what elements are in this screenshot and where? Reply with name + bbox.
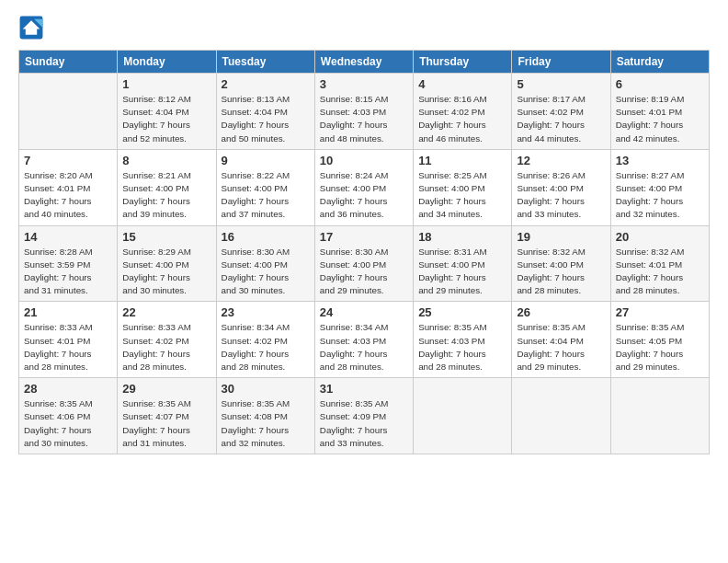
header-cell-saturday: Saturday [610, 51, 709, 74]
day-info: Sunrise: 8:35 AM Sunset: 4:04 PM Dayligh… [517, 321, 605, 373]
day-number: 30 [222, 382, 310, 396]
day-number: 16 [222, 230, 310, 244]
day-cell: 1Sunrise: 8:12 AM Sunset: 4:04 PM Daylig… [118, 74, 216, 150]
day-number: 14 [24, 230, 112, 244]
header-row: SundayMondayTuesdayWednesdayThursdayFrid… [19, 51, 710, 74]
day-info: Sunrise: 8:30 AM Sunset: 4:00 PM Dayligh… [320, 246, 408, 298]
day-info: Sunrise: 8:30 AM Sunset: 4:00 PM Dayligh… [222, 246, 310, 298]
page-container: SundayMondayTuesdayWednesdayThursdayFrid… [0, 0, 728, 464]
day-info: Sunrise: 8:35 AM Sunset: 4:05 PM Dayligh… [616, 321, 704, 373]
day-number: 8 [122, 154, 210, 167]
day-info: Sunrise: 8:21 AM Sunset: 4:00 PM Dayligh… [122, 169, 210, 222]
day-info: Sunrise: 8:35 AM Sunset: 4:09 PM Dayligh… [320, 397, 408, 450]
day-number: 13 [616, 154, 704, 167]
day-cell: 24Sunrise: 8:34 AM Sunset: 4:03 PM Dayli… [314, 302, 413, 378]
day-info: Sunrise: 8:34 AM Sunset: 4:02 PM Dayligh… [222, 321, 310, 373]
day-info: Sunrise: 8:25 AM Sunset: 4:00 PM Dayligh… [418, 169, 506, 222]
day-info: Sunrise: 8:32 AM Sunset: 4:00 PM Dayligh… [517, 246, 605, 298]
day-cell: 9Sunrise: 8:22 AM Sunset: 4:00 PM Daylig… [216, 149, 314, 225]
logo-icon [18, 15, 44, 40]
day-info: Sunrise: 8:22 AM Sunset: 4:00 PM Dayligh… [222, 169, 310, 222]
day-number: 1 [122, 77, 210, 91]
day-number: 11 [418, 154, 506, 167]
day-number: 24 [320, 305, 408, 319]
day-number: 27 [616, 305, 704, 319]
day-number: 15 [122, 230, 210, 244]
day-number: 5 [517, 77, 605, 91]
day-cell: 4Sunrise: 8:16 AM Sunset: 4:02 PM Daylig… [414, 74, 512, 150]
header-cell-tuesday: Tuesday [216, 51, 314, 74]
day-info: Sunrise: 8:15 AM Sunset: 4:03 PM Dayligh… [320, 93, 408, 145]
day-info: Sunrise: 8:16 AM Sunset: 4:02 PM Dayligh… [418, 93, 506, 145]
logo [18, 15, 48, 40]
day-cell: 29Sunrise: 8:35 AM Sunset: 4:07 PM Dayli… [118, 378, 216, 454]
day-cell: 12Sunrise: 8:26 AM Sunset: 4:00 PM Dayli… [512, 149, 610, 225]
day-info: Sunrise: 8:31 AM Sunset: 4:00 PM Dayligh… [418, 246, 506, 298]
week-row-1: 1Sunrise: 8:12 AM Sunset: 4:04 PM Daylig… [19, 74, 710, 150]
day-number: 6 [616, 77, 704, 91]
week-row-5: 28Sunrise: 8:35 AM Sunset: 4:06 PM Dayli… [19, 378, 710, 454]
day-number: 4 [418, 77, 506, 91]
day-cell: 8Sunrise: 8:21 AM Sunset: 4:00 PM Daylig… [118, 149, 216, 225]
week-row-3: 14Sunrise: 8:28 AM Sunset: 3:59 PM Dayli… [19, 225, 710, 302]
day-cell: 16Sunrise: 8:30 AM Sunset: 4:00 PM Dayli… [216, 225, 314, 302]
header-cell-thursday: Thursday [414, 51, 512, 74]
day-info: Sunrise: 8:20 AM Sunset: 4:01 PM Dayligh… [24, 169, 112, 222]
header-cell-wednesday: Wednesday [314, 51, 413, 74]
day-number: 21 [24, 305, 112, 319]
day-number: 20 [616, 230, 704, 244]
header-cell-sunday: Sunday [19, 51, 118, 74]
day-info: Sunrise: 8:28 AM Sunset: 3:59 PM Dayligh… [24, 246, 112, 298]
day-number: 12 [517, 154, 605, 167]
day-info: Sunrise: 8:27 AM Sunset: 4:00 PM Dayligh… [616, 169, 704, 222]
day-cell [610, 378, 709, 454]
day-number: 29 [122, 382, 210, 396]
day-cell: 23Sunrise: 8:34 AM Sunset: 4:02 PM Dayli… [216, 302, 314, 378]
day-cell: 3Sunrise: 8:15 AM Sunset: 4:03 PM Daylig… [314, 74, 413, 150]
day-number: 17 [320, 230, 408, 244]
day-info: Sunrise: 8:33 AM Sunset: 4:01 PM Dayligh… [24, 321, 112, 373]
day-cell: 25Sunrise: 8:35 AM Sunset: 4:03 PM Dayli… [414, 302, 512, 378]
day-info: Sunrise: 8:35 AM Sunset: 4:08 PM Dayligh… [222, 397, 310, 450]
day-number: 3 [320, 77, 408, 91]
day-info: Sunrise: 8:19 AM Sunset: 4:01 PM Dayligh… [616, 93, 704, 145]
day-cell: 27Sunrise: 8:35 AM Sunset: 4:05 PM Dayli… [610, 302, 709, 378]
day-info: Sunrise: 8:33 AM Sunset: 4:02 PM Dayligh… [122, 321, 210, 373]
day-info: Sunrise: 8:35 AM Sunset: 4:03 PM Dayligh… [418, 321, 506, 373]
day-number: 7 [24, 154, 112, 167]
day-number: 10 [320, 154, 408, 167]
day-number: 25 [418, 305, 506, 319]
day-cell: 19Sunrise: 8:32 AM Sunset: 4:00 PM Dayli… [512, 225, 610, 302]
day-info: Sunrise: 8:35 AM Sunset: 4:07 PM Dayligh… [122, 397, 210, 450]
day-info: Sunrise: 8:29 AM Sunset: 4:00 PM Dayligh… [122, 246, 210, 298]
day-cell [414, 378, 512, 454]
day-cell: 11Sunrise: 8:25 AM Sunset: 4:00 PM Dayli… [414, 149, 512, 225]
calendar-header: SundayMondayTuesdayWednesdayThursdayFrid… [19, 51, 710, 74]
calendar-table: SundayMondayTuesdayWednesdayThursdayFrid… [18, 50, 710, 454]
day-cell: 2Sunrise: 8:13 AM Sunset: 4:04 PM Daylig… [216, 74, 314, 150]
day-cell: 6Sunrise: 8:19 AM Sunset: 4:01 PM Daylig… [610, 74, 709, 150]
header-cell-monday: Monday [118, 51, 216, 74]
header-cell-friday: Friday [512, 51, 610, 74]
day-number: 23 [222, 305, 310, 319]
day-info: Sunrise: 8:17 AM Sunset: 4:02 PM Dayligh… [517, 93, 605, 145]
day-number: 22 [122, 305, 210, 319]
header [18, 15, 710, 40]
week-row-2: 7Sunrise: 8:20 AM Sunset: 4:01 PM Daylig… [19, 149, 710, 225]
day-cell: 22Sunrise: 8:33 AM Sunset: 4:02 PM Dayli… [118, 302, 216, 378]
day-number: 2 [222, 77, 310, 91]
day-number: 31 [320, 382, 408, 396]
day-cell: 13Sunrise: 8:27 AM Sunset: 4:00 PM Dayli… [610, 149, 709, 225]
day-cell: 26Sunrise: 8:35 AM Sunset: 4:04 PM Dayli… [512, 302, 610, 378]
day-info: Sunrise: 8:24 AM Sunset: 4:00 PM Dayligh… [320, 169, 408, 222]
day-cell: 17Sunrise: 8:30 AM Sunset: 4:00 PM Dayli… [314, 225, 413, 302]
day-number: 26 [517, 305, 605, 319]
day-cell [512, 378, 610, 454]
day-info: Sunrise: 8:34 AM Sunset: 4:03 PM Dayligh… [320, 321, 408, 373]
day-info: Sunrise: 8:26 AM Sunset: 4:00 PM Dayligh… [517, 169, 605, 222]
day-info: Sunrise: 8:32 AM Sunset: 4:01 PM Dayligh… [616, 246, 704, 298]
day-number: 28 [24, 382, 112, 396]
day-info: Sunrise: 8:12 AM Sunset: 4:04 PM Dayligh… [122, 93, 210, 145]
day-cell: 30Sunrise: 8:35 AM Sunset: 4:08 PM Dayli… [216, 378, 314, 454]
week-row-4: 21Sunrise: 8:33 AM Sunset: 4:01 PM Dayli… [19, 302, 710, 378]
